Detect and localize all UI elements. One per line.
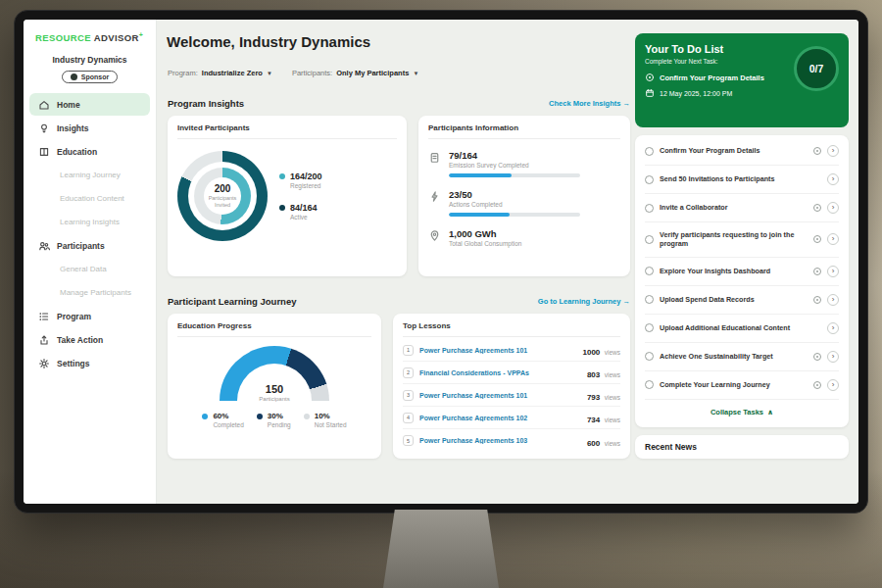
check-more-insights-link[interactable]: Check More Insights → (549, 99, 630, 108)
todo-progress-value: 0/7 (809, 63, 824, 74)
chevron-right-icon[interactable]: › (827, 379, 839, 391)
sidebar-item-learning-insights[interactable]: Learning Insights (29, 211, 150, 233)
radio-circle-icon[interactable] (645, 175, 654, 184)
sidebar-item-label: Home (57, 100, 80, 110)
radio-circle-icon[interactable] (645, 235, 654, 244)
list-icon (38, 311, 50, 322)
task-row-upload-spend-data[interactable]: Upload Spend Data Records › (645, 286, 839, 315)
radio-circle-icon[interactable] (645, 323, 654, 332)
radio-circle-icon[interactable] (645, 352, 654, 361)
home-icon (38, 99, 50, 111)
sponsor-badge[interactable]: Sponsor (62, 71, 118, 83)
card-title: Invited Participants (177, 123, 397, 139)
radio-circle-icon[interactable] (645, 380, 654, 389)
chevron-right-icon[interactable]: › (827, 145, 839, 157)
chevron-right-icon[interactable]: › (827, 266, 839, 277)
lesson-link[interactable]: Financial Considerations - VPPAs (419, 369, 581, 376)
task-label: Explore Your Insights Dashboard (660, 267, 808, 275)
status-circle-icon (813, 235, 821, 243)
lesson-row[interactable]: 2 Financial Considerations - VPPAs 803 v… (403, 362, 620, 384)
task-row-explore-insights[interactable]: Explore Your Insights Dashboard › (645, 258, 839, 286)
sidebar-item-manage-participants[interactable]: Manage Participants (29, 281, 150, 304)
donut-center: 200 Participants Invited (203, 176, 242, 216)
page-title: Welcome, Industry Dynamics (167, 33, 370, 50)
status-circle-icon (813, 268, 821, 275)
chevron-right-icon[interactable]: › (827, 202, 839, 214)
bolt-icon (428, 189, 441, 202)
filters-bar: Program: Industrialize Zero ▼ Participan… (168, 69, 418, 77)
lightbulb-icon (38, 122, 50, 134)
learning-journey-cards: Education Progress 150 Participants (168, 314, 630, 459)
lesson-link[interactable]: Power Purchase Agreements 101 (419, 347, 576, 354)
arrow-up-box-icon (38, 334, 50, 346)
recent-news-header[interactable]: Recent News (635, 435, 849, 459)
sidebar-item-education-content[interactable]: Education Content (29, 187, 150, 210)
lesson-link[interactable]: Power Purchase Agreements 102 (419, 415, 581, 421)
task-row-upload-educational-content[interactable]: Upload Additional Educational Content › (645, 315, 839, 343)
sidebar-item-general-data[interactable]: General Data (29, 258, 150, 280)
legend-label: Registered (290, 182, 322, 189)
program-insights-header: Program Insights Check More Insights → (168, 98, 630, 109)
info-value: 1,000 GWh (449, 228, 521, 239)
sidebar-item-program[interactable]: Program (29, 305, 150, 327)
sidebar-item-learning-journey[interactable]: Learning Journey (29, 164, 150, 186)
sidebar-item-participants[interactable]: Participants (29, 234, 150, 257)
chevron-right-icon[interactable]: › (827, 294, 839, 306)
radio-circle-icon[interactable] (645, 204, 654, 213)
next-task-label: Confirm Your Program Details (660, 74, 764, 82)
clipboard-icon (428, 150, 441, 163)
registered-dot-icon (279, 173, 285, 179)
lesson-row[interactable]: 1 Power Purchase Agreements 101 1000 vie… (403, 339, 620, 362)
task-row-send-invitations[interactable]: Send 50 Invitations to Participants › (645, 166, 839, 194)
chevron-right-icon[interactable]: › (827, 322, 839, 334)
chevron-right-icon[interactable]: › (827, 233, 839, 245)
chevron-right-icon[interactable]: › (827, 173, 839, 185)
legend-item: 10% Not Started (304, 412, 347, 428)
views-suffix: views (605, 349, 620, 356)
lesson-rank: 3 (403, 390, 414, 401)
task-row-achieve-sustainability-target[interactable]: Achieve One Sustainability Target › (645, 343, 839, 371)
lesson-link[interactable]: Power Purchase Agreements 103 (419, 437, 581, 444)
sidebar-item-education[interactable]: Education (29, 140, 150, 163)
collapse-label: Collapse Tasks (710, 408, 763, 416)
sidebar-item-home[interactable]: Home (29, 93, 150, 116)
radio-circle-icon[interactable] (645, 147, 654, 156)
lesson-row[interactable]: 3 Power Purchase Agreements 101 793 view… (403, 384, 620, 407)
progress-bar (449, 173, 580, 177)
status-circle-icon (813, 147, 821, 155)
donut-center-label: Participants Invited (203, 195, 242, 208)
task-label: Confirm Your Program Details (660, 146, 808, 155)
lesson-link[interactable]: Power Purchase Agreements 101 (419, 392, 581, 399)
task-label: Upload Additional Educational Content (660, 323, 821, 332)
lesson-row[interactable]: 5 Power Purchase Agreements 103 600 view… (403, 429, 620, 452)
participants-filter[interactable]: Participants: Only My Participants ▼ (292, 69, 418, 77)
sidebar-item-take-action[interactable]: Take Action (29, 328, 150, 351)
status-circle-icon (813, 204, 821, 212)
education-progress-card: Education Progress 150 Participants (168, 314, 381, 459)
go-to-learning-journey-link[interactable]: Go to Learning Journey → (538, 297, 630, 306)
todo-next-task[interactable]: Confirm Your Program Details (645, 73, 792, 82)
sidebar-item-label: Insights (57, 123, 89, 133)
sidebar-item-label: Settings (57, 359, 90, 368)
task-row-verify-participants[interactable]: Verify participants requesting to join t… (645, 222, 839, 258)
radio-circle-icon[interactable] (645, 267, 654, 275)
task-row-confirm-program[interactable]: Confirm Your Program Details › (645, 137, 839, 166)
brand-secondary: ADVISOR (94, 32, 139, 43)
program-filter[interactable]: Program: Industrialize Zero ▼ (168, 69, 272, 77)
pending-dot-icon (257, 414, 263, 419)
legend-item: 164/200 Registered (279, 172, 322, 189)
radio-circle-icon[interactable] (645, 295, 654, 304)
participants-filter-label: Participants: (292, 69, 332, 77)
lesson-row[interactable]: 4 Power Purchase Agreements 102 734 view… (403, 407, 620, 429)
collapse-tasks-link[interactable]: Collapse Tasks ∧ (645, 400, 839, 425)
sidebar-item-insights[interactable]: Insights (29, 117, 150, 139)
sponsor-icon (71, 74, 77, 80)
views-count: 600 (587, 439, 600, 448)
sidebar-item-settings[interactable]: Settings (29, 352, 150, 374)
views-suffix: views (605, 440, 620, 447)
chevron-right-icon[interactable]: › (827, 351, 839, 363)
task-row-invite-collaborator[interactable]: Invite a Collaborator › (645, 194, 839, 222)
task-row-complete-learning-journey[interactable]: Complete Your Learning Journey › (645, 371, 839, 400)
completed-dot-icon (202, 414, 208, 419)
sponsor-label: Sponsor (81, 74, 109, 80)
